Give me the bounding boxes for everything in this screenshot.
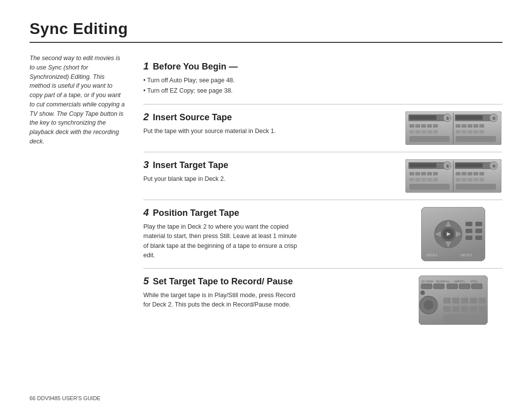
step-4-header: 4 Position Target Tape — [143, 207, 396, 218]
svg-rect-86 — [421, 284, 432, 289]
svg-text:DECK1: DECK1 — [426, 253, 437, 257]
svg-rect-15 — [409, 130, 414, 134]
svg-rect-103 — [443, 314, 486, 321]
svg-rect-56 — [473, 172, 478, 175]
svg-rect-19 — [433, 130, 438, 134]
svg-rect-62 — [479, 178, 484, 181]
svg-rect-49 — [421, 178, 426, 181]
step-1-header: 1 Before You Begin — — [143, 61, 502, 72]
step-5-body: While the target tape is in Play/Still m… — [143, 291, 301, 310]
svg-rect-57 — [479, 172, 484, 175]
svg-rect-58 — [456, 178, 461, 181]
step-3-body: Put your blank tape in Deck 2. — [143, 174, 301, 184]
step-5-title: Set Target Tape to Record/ Pause — [153, 276, 293, 287]
step-4: 4 Position Target Tape Play the tape in … — [143, 200, 502, 269]
svg-rect-51 — [433, 178, 438, 181]
step-2-number: 2 — [143, 111, 149, 123]
svg-rect-20 — [409, 136, 450, 142]
svg-rect-24 — [473, 124, 478, 128]
svg-text:②: ② — [492, 116, 495, 121]
svg-rect-2 — [409, 115, 436, 120]
svg-rect-87 — [433, 284, 444, 289]
svg-rect-22 — [462, 124, 466, 128]
svg-rect-26 — [456, 130, 461, 134]
svg-rect-48 — [415, 178, 420, 181]
svg-rect-78 — [475, 222, 482, 226]
svg-rect-7 — [456, 115, 483, 120]
svg-rect-88 — [447, 284, 458, 289]
svg-rect-50 — [427, 178, 432, 181]
step-3-image: ① ② — [404, 159, 502, 193]
svg-rect-11 — [415, 124, 420, 128]
step-3-title: Insert Target Tape — [153, 160, 228, 171]
svg-rect-79 — [475, 229, 482, 233]
svg-rect-99 — [452, 306, 460, 312]
svg-rect-47 — [409, 178, 414, 181]
step-4-image: DECK1 DECK2 — [404, 207, 502, 261]
step-4-title: Position Target Tape — [153, 208, 239, 218]
svg-rect-23 — [467, 124, 472, 128]
svg-point-104 — [421, 291, 425, 295]
svg-rect-59 — [462, 178, 466, 181]
svg-rect-55 — [467, 172, 472, 175]
step-1-bullet-2: Turn off EZ Copy; see page 38. — [143, 86, 301, 96]
step-2-left: 2 Insert Source Tape Put the tape with y… — [143, 111, 396, 136]
step-3: 3 Insert Target Tape Put your blank tape… — [143, 152, 502, 200]
svg-rect-98 — [443, 306, 451, 312]
svg-rect-77 — [466, 236, 472, 240]
svg-rect-46 — [433, 172, 438, 175]
svg-rect-52 — [409, 184, 450, 190]
svg-text:①: ① — [445, 116, 449, 121]
remote-control-svg: DECK1 DECK2 — [421, 207, 485, 261]
svg-text:+INPUT+: +INPUT+ — [453, 280, 466, 283]
svg-rect-89 — [459, 284, 470, 289]
svg-point-92 — [424, 300, 433, 310]
svg-rect-45 — [427, 172, 432, 175]
svg-rect-34 — [409, 163, 436, 168]
ctrl-panel-svg: ZZ VIEW SEARCH+ +INPUT+ STILL — [419, 275, 488, 325]
step-1-bullet-1: Turn off Auto Play; see page 48. — [143, 76, 301, 85]
svg-rect-61 — [473, 178, 478, 181]
svg-rect-90 — [471, 284, 482, 289]
svg-rect-96 — [470, 298, 477, 304]
svg-rect-54 — [462, 172, 466, 175]
page: Sync Editing The second way to edit movi… — [0, 0, 532, 411]
svg-rect-63 — [456, 184, 496, 190]
svg-rect-75 — [466, 222, 472, 226]
svg-rect-29 — [473, 130, 478, 134]
step-4-left: 4 Position Target Tape Play the tape in … — [143, 207, 396, 261]
step-1-number: 1 — [143, 61, 149, 72]
step-1: 1 Before You Begin — Turn off Auto Play;… — [143, 54, 502, 104]
sidebar-text: The second way to edit movies is to use … — [30, 54, 126, 146]
svg-rect-95 — [461, 298, 468, 304]
content-area: The second way to edit movies is to use … — [30, 54, 502, 332]
svg-rect-17 — [421, 130, 426, 134]
svg-text:ZZ VIEW: ZZ VIEW — [421, 280, 433, 283]
footer: 66 DDV9485 USER'S GUIDE — [30, 395, 100, 401]
svg-rect-18 — [427, 130, 432, 134]
step-5-header: 5 Set Target Tape to Record/ Pause — [143, 275, 396, 287]
svg-rect-44 — [421, 172, 426, 175]
vcr-dual-deck-svg-2: ① ② — [405, 159, 501, 193]
svg-rect-94 — [452, 298, 460, 304]
step-4-body: Play the tape in Deck 2 to where you wan… — [143, 222, 301, 261]
svg-rect-93 — [443, 298, 451, 304]
svg-rect-101 — [470, 306, 477, 312]
svg-text:DECK2: DECK2 — [461, 253, 472, 257]
step-2-body: Put the tape with your source material i… — [143, 127, 301, 136]
svg-rect-39 — [456, 163, 483, 168]
main-content: 1 Before You Begin — Turn off Auto Play;… — [143, 54, 502, 332]
step-1-body: Turn off Auto Play; see page 48. Turn of… — [143, 76, 301, 96]
step-5-left: 5 Set Target Tape to Record/ Pause While… — [143, 275, 396, 310]
svg-rect-27 — [462, 130, 466, 134]
svg-rect-76 — [466, 229, 472, 233]
svg-text:SEARCH+: SEARCH+ — [436, 280, 450, 283]
step-2-image: ① ② — [404, 111, 502, 145]
svg-rect-43 — [415, 172, 420, 175]
step-2: 2 Insert Source Tape Put the tape with y… — [143, 104, 502, 152]
svg-rect-42 — [409, 172, 414, 175]
svg-rect-53 — [456, 172, 461, 175]
step-2-title: Insert Source Tape — [153, 112, 232, 123]
svg-text:②: ② — [492, 164, 495, 169]
step-5: 5 Set Target Tape to Record/ Pause While… — [143, 269, 502, 332]
